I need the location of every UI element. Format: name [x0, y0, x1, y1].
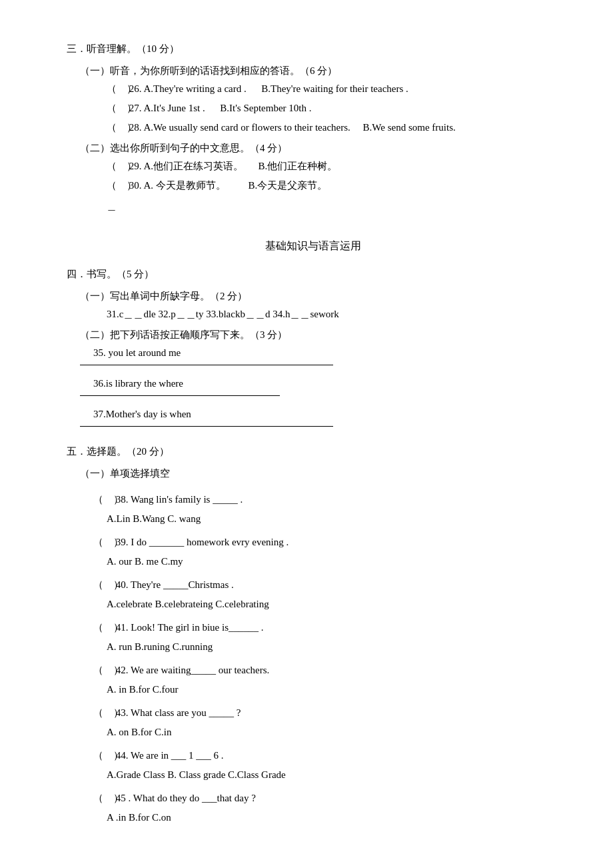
- center-title: 基础知识与语言运用: [67, 237, 560, 256]
- q36-answer-line: [80, 395, 560, 396]
- item-28-b: B.We send some fruits.: [363, 122, 456, 133]
- q35-line: [80, 365, 333, 365]
- item-29: （ ） 29. A.他们正在练习英语。 B.他们正在种树。: [107, 157, 560, 175]
- q45-question: （ ） 45 . What do they do ___that day ?: [93, 789, 560, 807]
- subsection-san-2: （二）选出你所听到句子的中文意思。（4 分） （ ） 29. A.他们正在练习英…: [80, 139, 560, 195]
- q43-num: 43.: [116, 707, 129, 718]
- item-29-num: 29.: [129, 161, 142, 171]
- bracket-38: （ ）: [93, 491, 113, 509]
- bracket-40: （ ）: [93, 576, 113, 594]
- q45-num: 45 .: [116, 793, 131, 803]
- q36-line: [80, 395, 280, 396]
- q40-text: They're _____Christmas .: [131, 579, 234, 590]
- subsection-si-1-label: （一）写出单词中所缺字母。（2 分）: [80, 287, 560, 305]
- subsection-si-2: （二）把下列话语按正确顺序写下来。（3 分） 35. you let aroun…: [80, 326, 560, 427]
- q40-options: A.celebrate B.celebrateing C.celebrating: [107, 595, 560, 613]
- q37-line: [80, 426, 333, 427]
- q38-num: 38.: [116, 494, 129, 505]
- bracket-26: （ ）: [107, 80, 127, 98]
- item-30-a: A. 今天是教师节。: [143, 180, 225, 191]
- q39-num: 39.: [116, 537, 129, 547]
- bracket-30: （ ）: [107, 177, 127, 195]
- q37-answer-line: [80, 426, 560, 427]
- q38-question: （ ） 38. Wang lin's family is _____ .: [93, 491, 560, 509]
- item-26-a: A.They're writing a card .: [143, 83, 246, 94]
- q36-label: 36.is library the where: [93, 375, 560, 393]
- q42-num: 42.: [116, 665, 129, 675]
- q39-text: I do _______ homework evry evening .: [131, 537, 289, 547]
- bracket-43: （ ）: [93, 704, 113, 722]
- item-28-a: A.We usually send card or flowers to the…: [143, 122, 350, 133]
- subsection-si-1: （一）写出单词中所缺字母。（2 分） 31.c＿＿dle 32.p＿＿ty 33…: [80, 287, 560, 323]
- bracket-41: （ ）: [93, 619, 113, 637]
- bracket-44: （ ）: [93, 747, 113, 765]
- subsection-san-2-label: （二）选出你所听到句子的中文意思。（4 分）: [80, 139, 560, 157]
- q41-text: Look! The girl in biue is______ .: [131, 622, 263, 633]
- q44-text: We are in ___ 1 ___ 6 .: [131, 750, 224, 761]
- q41-options: A. run B.runing C.running: [107, 638, 560, 656]
- q41-block: （ ） 41. Look! The girl in biue is______ …: [67, 619, 560, 656]
- item-27: （ ） 27. A.It's June 1st . B.It's Septemb…: [107, 99, 560, 117]
- q43-options: A. on B.for C.in: [107, 723, 560, 741]
- item-27-num: 27.: [129, 103, 142, 113]
- q43-text: What class are you _____ ?: [131, 707, 241, 718]
- section-si-title: 四．书写。（5 分）: [67, 265, 560, 283]
- subsection-san-1: （一）听音，为你所听到的话语找到相应的答语。（6 分） （ ） 26. A.Th…: [80, 62, 560, 137]
- bracket-45: （ ）: [93, 789, 113, 807]
- section-wu-title: 五．选择题。（20 分）: [67, 443, 560, 461]
- q39-block: （ ） 39. I do _______ homework evry eveni…: [67, 533, 560, 571]
- bracket-27: （ ）: [107, 99, 127, 117]
- q40-question: （ ） 40. They're _____Christmas .: [93, 576, 560, 594]
- section-si: 四．书写。（5 分） （一）写出单词中所缺字母。（2 分） 31.c＿＿dle …: [67, 265, 560, 427]
- q40-block: （ ） 40. They're _____Christmas . A.celeb…: [67, 576, 560, 613]
- q43-question: （ ） 43. What class are you _____ ?: [93, 704, 560, 722]
- item-30: （ ） 30. A. 今天是教师节。 B.今天是父亲节。: [107, 177, 560, 195]
- q44-question: （ ） 44. We are in ___ 1 ___ 6 .: [93, 747, 560, 765]
- section-wu: 五．选择题。（20 分） （一）单项选择填空 （ ） 38. Wang lin'…: [67, 443, 560, 827]
- q35-answer-line: [80, 365, 560, 365]
- subsection-san-1-label: （一）听音，为你所听到的话语找到相应的答语。（6 分）: [80, 62, 560, 80]
- item-26-b: B.They're waiting for their teachers .: [261, 83, 408, 94]
- q45-block: （ ） 45 . What do they do ___that day ? A…: [67, 789, 560, 827]
- q42-question: （ ） 42. We are waiting_____ our teachers…: [93, 661, 560, 679]
- q38-options: A.Lin B.Wang C. wang: [107, 510, 560, 528]
- q38-block: （ ） 38. Wang lin's family is _____ . A.L…: [67, 491, 560, 528]
- item-27-a: A.It's June 1st .: [143, 103, 205, 113]
- bracket-29: （ ）: [107, 157, 127, 175]
- bracket-39: （ ）: [93, 533, 113, 551]
- section-san: 三．听音理解。（10 分） （一）听音，为你所听到的话语找到相应的答语。（6 分…: [67, 40, 560, 215]
- q42-block: （ ） 42. We are waiting_____ our teachers…: [67, 661, 560, 699]
- q44-options: A.Grade Class B. Class grade C.Class Gra…: [107, 766, 560, 784]
- section-san-title: 三．听音理解。（10 分）: [67, 40, 560, 58]
- q39-question: （ ） 39. I do _______ homework evry eveni…: [93, 533, 560, 551]
- q42-text: We are waiting_____ our teachers.: [131, 665, 269, 675]
- si-sub1-content: 31.c＿＿dle 32.p＿＿ty 33.blackb＿＿d 34.h＿＿se…: [107, 305, 560, 323]
- q44-num: 44.: [116, 750, 129, 761]
- bracket-28: （ ）: [107, 119, 127, 137]
- subsection-si-2-label: （二）把下列话语按正确顺序写下来。（3 分）: [80, 326, 560, 344]
- q42-options: A. in B.for C.four: [107, 681, 560, 699]
- item-30-num: 30.: [129, 180, 142, 191]
- q41-num: 41.: [116, 622, 129, 633]
- item-27-b: B.It's September 10th .: [220, 103, 311, 113]
- q45-text: What do they do ___that day ?: [133, 793, 256, 803]
- item-26: （ ） 26. A.They're writing a card . B.The…: [107, 80, 560, 98]
- item-28-num: 28.: [129, 122, 142, 133]
- q41-question: （ ） 41. Look! The girl in biue is______ …: [93, 619, 560, 637]
- q45-options: A .in B.for C.on: [107, 809, 560, 827]
- q44-block: （ ） 44. We are in ___ 1 ___ 6 . A.Grade …: [67, 747, 560, 784]
- item-26-num: 26.: [129, 83, 142, 94]
- q39-options: A. our B. me C.my: [107, 553, 560, 571]
- q40-num: 40.: [116, 579, 129, 590]
- item-30-b: B.今天是父亲节。: [249, 180, 328, 191]
- underscore-mark: ＿: [107, 201, 117, 211]
- subsection-wu-1-label: （一）单项选择填空: [80, 465, 560, 483]
- q37-label: 37.Mother's day is when: [93, 405, 560, 423]
- q35-label: 35. you let around me: [93, 344, 560, 362]
- q43-block: （ ） 43. What class are you _____ ? A. on…: [67, 704, 560, 741]
- item-29-b: B.他们正在种树。: [259, 161, 338, 171]
- item-29-a: A.他们正在练习英语。: [143, 161, 243, 171]
- q38-text: Wang lin's family is _____ .: [131, 494, 243, 505]
- bracket-42: （ ）: [93, 661, 113, 679]
- item-28: （ ） 28. A.We usually send card or flower…: [107, 119, 560, 137]
